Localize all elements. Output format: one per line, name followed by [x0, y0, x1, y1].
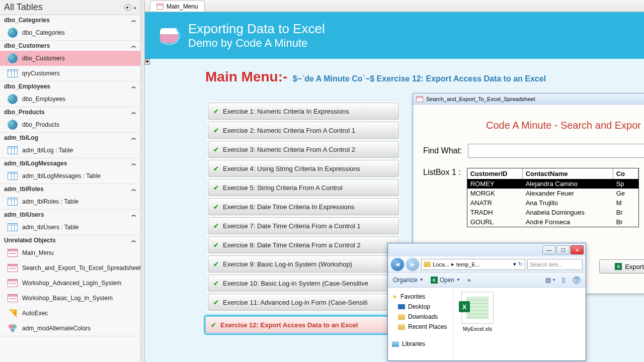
nav-item[interactable]: adm_tblRoles : Table [0, 194, 140, 209]
listbox-row[interactable]: TRADHAnabela DominguesBr [467, 208, 638, 217]
exercise-button[interactable]: ✔Exercise 7: Date Time Criteria From a C… [208, 217, 399, 234]
explorer-search-input[interactable]: Search tem... [527, 259, 583, 270]
nav-item[interactable]: dbo_Customers [0, 51, 140, 66]
nav-item-label: Workshop_Basic_Log_In_System [22, 295, 113, 302]
nav-item[interactable]: qryCustomers [0, 66, 140, 81]
file-item-myexcel[interactable]: X MyExcel.xls [457, 292, 498, 332]
star-icon: ★ [392, 293, 397, 300]
exercise-button[interactable]: ✔Exercise 1: Numeric Criteria In Express… [208, 103, 399, 120]
main-menu-subheading: $~`de A Minute Co`~$ Exercise 12: Export… [293, 74, 546, 83]
refresh-icon[interactable]: ↻ [518, 261, 523, 267]
sidebar-favorites[interactable]: ★Favorites [390, 292, 451, 302]
find-what-input[interactable] [468, 144, 644, 158]
nav-item[interactable]: dbo_Categories [0, 25, 140, 40]
nav-item[interactable]: Search_and_Export_To_Excel_Spreadsheet [0, 260, 140, 276]
view-options-icon[interactable]: ▤ ▾ [545, 277, 555, 284]
nav-group-header[interactable]: adm_tblUsers︽ [0, 210, 140, 220]
exercise-button[interactable]: ✔Exercise 5: String Criteria From A Cont… [208, 179, 399, 196]
forward-button[interactable]: ► [406, 258, 419, 271]
nav-item[interactable]: adm_tblLog : Table [0, 143, 140, 158]
sidebar-desktop[interactable]: Desktop [390, 302, 451, 312]
listbox-row[interactable]: ROMEYAlejandra CaminoSp [467, 179, 638, 189]
nav-collapse-icon[interactable]: « [133, 5, 136, 11]
globe-icon [7, 119, 18, 130]
form-icon [7, 278, 18, 289]
nav-item[interactable]: Workshop_Basic_Log_In_System [0, 291, 140, 306]
exercise-button[interactable]: ✔Exercise 11: Advanced Log-in Form (Case… [208, 294, 399, 311]
explorer-file-pane[interactable]: X MyExcel.xls [453, 288, 586, 361]
nav-item[interactable]: AutoExec [0, 306, 140, 321]
nav-group-header[interactable]: adm_tblLog︽ [0, 133, 140, 143]
nav-group-header[interactable]: dbo_Products︽ [0, 107, 140, 117]
maximize-button[interactable]: ☐ [556, 245, 570, 254]
check-icon: ✔ [213, 241, 219, 249]
exercise-button[interactable]: ✔Exercise 8: Date Time Criteria From a C… [208, 236, 399, 253]
nav-item-label: Workshop_Advanced_LogIn_System [22, 280, 121, 287]
breadcrumb-part[interactable]: Loca... [433, 261, 449, 267]
excel-icon: X [459, 301, 470, 312]
more-menu[interactable]: » [467, 277, 471, 284]
check-icon: ✔ [213, 299, 219, 306]
nav-dropdown-icon[interactable]: ▾ [124, 4, 131, 11]
file-name: MyExcel.xls [457, 326, 498, 332]
sidebar-recent-places[interactable]: Recent Places [390, 322, 451, 332]
breadcrumb-part[interactable]: temp_E... [456, 261, 480, 267]
help-icon[interactable]: ? [573, 276, 581, 284]
folder-icon [398, 314, 405, 320]
nav-item[interactable]: dbo_Employees [0, 92, 140, 107]
nav-group-header[interactable]: adm_tblLogMessages︽ [0, 158, 140, 168]
nav-item[interactable]: Workshop_Advanced_LogIn_System [0, 276, 140, 291]
nav-item-label: qryCustomers [22, 70, 60, 77]
back-button[interactable]: ◄ [391, 258, 404, 271]
record-selector-handle[interactable]: ▶ [145, 59, 150, 65]
listbox-customers[interactable]: CustomerID ContactName Co ROMEYAlejandra… [467, 168, 639, 227]
navigation-pane: All Tables ▾ « dbo_Categories︽dbo_Catego… [0, 0, 141, 362]
nav-item[interactable]: adm_tblUsers : Table [0, 220, 140, 235]
address-dropdown-icon[interactable]: ▾ [513, 261, 516, 267]
nav-group-header[interactable]: dbo_Categories︽ [0, 15, 140, 25]
exercise-button[interactable]: ✔Exercise 3: Numeric Criteria From A Con… [208, 141, 399, 158]
file-explorer-window: — ☐ ✕ ◄ ► Loca... ▸ temp_E... ▾ ↻ Search… [387, 243, 586, 361]
nav-group-header[interactable]: dbo_Employees︽ [0, 81, 140, 92]
sidebar-libraries[interactable]: Libraries [390, 339, 451, 349]
exercise-button[interactable]: ✔Exercise 9: Basic Log-in System (Worksh… [208, 255, 399, 273]
listbox-row[interactable]: GOURLAndré FonsecaBr [467, 217, 638, 227]
listbox-row[interactable]: ANATRAna TrujilloM [467, 198, 638, 208]
banner-icon [160, 28, 178, 43]
nav-group-header[interactable]: adm_tblRoles︽ [0, 184, 140, 194]
open-menu[interactable]: X Open ▼ [431, 277, 460, 284]
exercise-label: Exercise 8: Date Time Criteria From a Co… [223, 241, 361, 249]
export-button[interactable]: X Export [599, 259, 644, 274]
organize-menu[interactable]: Organize ▼ [393, 277, 424, 284]
minimize-button[interactable]: — [542, 245, 555, 254]
exercise-label: Exercise 11: Advanced Log-in Form (Case-… [223, 299, 368, 306]
exercise-button-active[interactable]: ✔Exercise 12: Export Access Data to an E… [205, 316, 401, 333]
listbox-row[interactable]: MORGKAlexander FeuerGe [467, 189, 638, 198]
folder-icon [398, 324, 405, 330]
nav-item[interactable]: adm_tblLogMessages : Table [0, 168, 140, 184]
tab-main-menu[interactable]: Main_Menu [150, 1, 205, 12]
nav-item-label: Search_and_Export_To_Excel_Spreadsheet [22, 264, 141, 272]
nav-group-header[interactable]: dbo_Customers︽ [0, 41, 140, 51]
excel-icon: X [431, 277, 438, 284]
subform-titlebar[interactable]: Search_and_Export_To_Excel_Spreadsheet [413, 94, 644, 105]
table-blue-icon [7, 68, 18, 79]
vertical-splitter[interactable] [141, 0, 145, 362]
exercise-button[interactable]: ✔Exercise 6: Date Time Criteria In Expre… [208, 198, 399, 215]
nav-item[interactable]: dbo_Products [0, 117, 140, 132]
exercise-button[interactable]: ✔Exercise 2: Numeric Criteria From A Con… [208, 122, 399, 139]
chevron-up-icon: ︽ [131, 211, 136, 218]
preview-pane-icon[interactable]: ▯ [562, 277, 566, 284]
desktop-icon [398, 304, 405, 309]
close-button[interactable]: ✕ [571, 245, 584, 254]
chevron-up-icon: ︽ [131, 83, 136, 90]
nav-item[interactable]: adm_modAlternateColors [0, 321, 140, 336]
address-bar[interactable]: Loca... ▸ temp_E... ▾ ↻ [421, 259, 525, 270]
sidebar-downloads[interactable]: Downloads [390, 312, 451, 322]
exercise-button[interactable]: ✔Exercise 4: Using String Criteria In Ex… [208, 160, 399, 177]
exercise-button[interactable]: ✔Exercise 10: Basic Log-in System (Case-… [208, 275, 399, 292]
explorer-titlebar[interactable]: — ☐ ✕ [388, 243, 586, 256]
check-icon: ✔ [213, 222, 219, 230]
nav-group-header[interactable]: Unrelated Objects︽ [0, 235, 140, 245]
nav-item[interactable]: Main_Menu [0, 245, 140, 260]
